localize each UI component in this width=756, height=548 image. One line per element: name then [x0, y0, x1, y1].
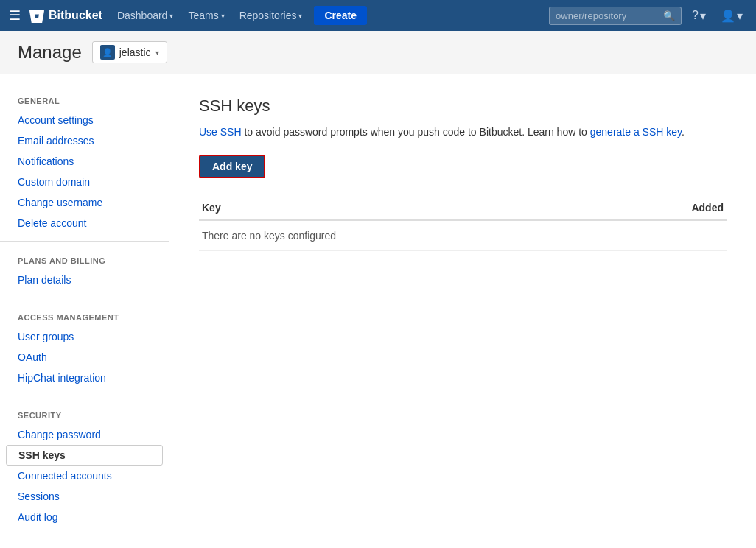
sidebar-divider-2: [0, 298, 169, 298]
security-section-label: Security: [0, 404, 169, 424]
main-content: SSH keys Use SSH to avoid password promp…: [169, 74, 756, 548]
sidebar-item-change-username[interactable]: Change username: [0, 192, 169, 213]
sidebar-item-notifications[interactable]: Notifications: [0, 151, 169, 172]
dashboard-caret: ▾: [169, 12, 173, 20]
user-caret: ▾: [737, 9, 743, 23]
table-row: There are no keys configured: [199, 220, 727, 251]
general-section-label: General: [0, 89, 169, 110]
keys-table: Key Added There are no keys configured: [199, 196, 727, 251]
content-title: SSH keys: [199, 96, 727, 116]
plans-section-label: Plans and Billing: [0, 249, 169, 270]
user-badge-caret: ▾: [155, 49, 159, 57]
sidebar-item-ssh-keys[interactable]: SSH keys: [6, 445, 163, 466]
user-name: jelastic: [119, 46, 151, 58]
sidebar-item-connected-accounts[interactable]: Connected accounts: [0, 466, 169, 486]
dashboard-nav[interactable]: Dashboard ▾: [111, 7, 180, 24]
table-header: Key Added: [199, 196, 727, 220]
search-input[interactable]: [556, 10, 659, 21]
navbar-right: 🔍 ? ▾ 👤 ▾: [549, 6, 747, 26]
hamburger-icon[interactable]: ☰: [9, 7, 21, 24]
help-button[interactable]: ? ▾: [687, 6, 710, 26]
search-box[interactable]: 🔍: [549, 7, 682, 25]
sidebar-item-sessions[interactable]: Sessions: [0, 486, 169, 507]
user-icon: 👤: [721, 9, 735, 23]
sidebar-item-account-settings[interactable]: Account settings: [0, 110, 169, 130]
table-body: There are no keys configured: [199, 220, 727, 251]
add-key-button[interactable]: Add key: [199, 155, 265, 178]
bitbucket-icon: [29, 8, 44, 23]
sidebar-item-change-password[interactable]: Change password: [0, 424, 169, 445]
user-badge[interactable]: 👤 jelastic ▾: [92, 41, 167, 63]
create-button[interactable]: Create: [314, 6, 367, 25]
no-keys-message: There are no keys configured: [199, 220, 727, 251]
use-ssh-link[interactable]: Use SSH: [199, 126, 242, 138]
page-title: Manage: [18, 42, 82, 63]
col-key-header: Key: [199, 196, 407, 220]
main-layout: General Account settings Email addresses…: [0, 74, 756, 548]
col-added-header: Added: [407, 196, 727, 220]
sidebar-item-audit-log[interactable]: Audit log: [0, 507, 169, 527]
description-middle: to avoid password prompts when you push …: [242, 126, 590, 138]
sidebar-item-custom-domain[interactable]: Custom domain: [0, 172, 169, 192]
sidebar-item-plan-details[interactable]: Plan details: [0, 270, 169, 290]
sidebar-divider-3: [0, 396, 169, 396]
sidebar-item-user-groups[interactable]: User groups: [0, 326, 169, 347]
table-header-row: Key Added: [199, 196, 727, 220]
user-menu-button[interactable]: 👤 ▾: [716, 6, 747, 26]
search-icon: 🔍: [663, 10, 675, 21]
sidebar-divider-1: [0, 241, 169, 242]
teams-caret: ▾: [221, 12, 225, 20]
help-icon: ?: [692, 9, 699, 22]
sidebar-item-delete-account[interactable]: Delete account: [0, 213, 169, 233]
navbar: ☰ Bitbucket Dashboard ▾ Teams ▾ Reposito…: [0, 0, 756, 31]
access-section-label: Access Management: [0, 306, 169, 326]
sidebar-item-oauth[interactable]: OAuth: [0, 347, 169, 368]
generate-ssh-link[interactable]: generate a SSH key: [590, 126, 682, 138]
description-suffix: .: [682, 126, 685, 138]
help-caret: ▾: [700, 9, 706, 23]
repositories-nav[interactable]: Repositories ▾: [234, 7, 309, 24]
repositories-caret: ▾: [298, 12, 302, 20]
sidebar: General Account settings Email addresses…: [0, 74, 169, 548]
sidebar-item-hipchat[interactable]: HipChat integration: [0, 368, 169, 388]
brand-name: Bitbucket: [49, 9, 102, 22]
page-header: Manage 👤 jelastic ▾: [0, 31, 756, 74]
content-description: Use SSH to avoid password prompts when y…: [199, 124, 727, 140]
sidebar-item-email-addresses[interactable]: Email addresses: [0, 130, 169, 151]
brand-logo[interactable]: Bitbucket: [29, 8, 102, 23]
avatar: 👤: [100, 45, 115, 60]
teams-nav[interactable]: Teams ▾: [182, 7, 230, 24]
